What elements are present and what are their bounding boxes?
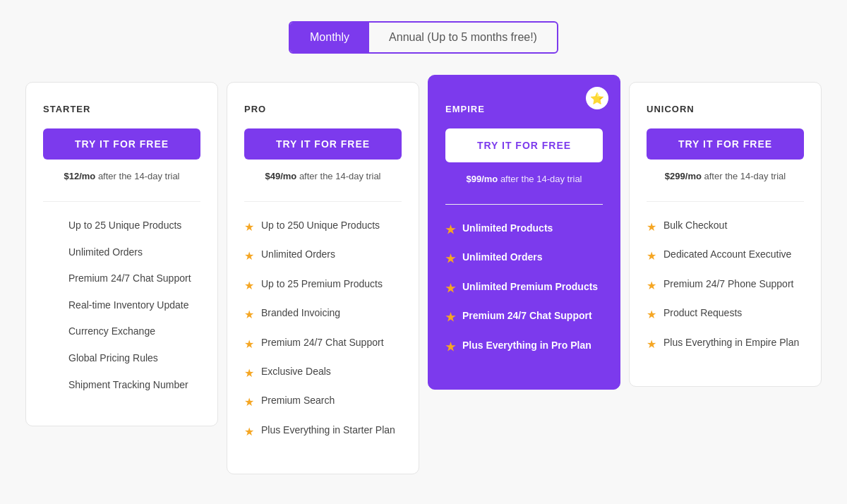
feature-item: ★Up to 250 Unique Products [244,219,402,235]
feature-text: Branded Invoicing [261,306,340,320]
star-icon: ★ [244,395,254,410]
feature-item: ★Premium 24/7 Phone Support [647,277,804,294]
star-icon: ★ [647,220,656,235]
cta-button-empire[interactable]: TRY IT FOR FREE [445,128,603,162]
feature-text: Unlimited Premium Products [462,280,598,294]
feature-text: Bulk Checkout [663,219,727,233]
feature-text: Exclusive Deals [261,365,331,379]
star-icon: ★ [244,307,254,323]
price-text: $299/mo after the 14-day trial [647,171,804,181]
feature-item: ★Plus Everything in Starter Plan [244,424,402,440]
price-text: $99/mo after the 14-day trial [445,174,603,184]
star-icon: ★ [647,307,656,323]
feature-text: Global Pricing Rules [68,352,158,366]
plan-name: PRO [244,104,402,114]
star-icon: ★ [244,337,254,352]
feature-item: ★Plus Everything in Pro Plan [445,339,603,355]
feature-text: Unlimited Orders [261,248,335,262]
feature-text: Product Requests [663,306,742,320]
star-icon: ★ [647,337,656,352]
feature-item: Shipment Tracking Number [43,378,200,392]
feature-text: Dedicated Account Executive [663,248,791,262]
feature-item: ★Bulk Checkout [647,219,804,235]
features-list: ★Bulk Checkout★Dedicated Account Executi… [647,219,804,352]
plan-card-empire: ⭐ EMPIRE TRY IT FOR FREE $99/mo after th… [428,75,620,390]
feature-text: Real-time Inventory Update [68,299,188,313]
feature-item: ★Exclusive Deals [244,365,402,381]
feature-text: Unlimited Orders [68,246,143,260]
plan-name: UNICORN [647,104,804,114]
feature-item: ★Product Requests [647,306,804,323]
divider [43,201,200,202]
cta-button-pro[interactable]: TRY IT FOR FREE [244,128,402,160]
feature-text: Premium Search [261,394,335,408]
feature-item: ★Unlimited Orders [244,248,402,264]
featured-badge: ⭐ [586,87,608,109]
star-icon: ★ [445,281,455,296]
features-list: ★Unlimited Products★Unlimited Orders★Unl… [445,222,603,355]
feature-item: ★Premium Search [244,394,402,410]
feature-text: Premium 24/7 Chat Support [68,272,191,286]
star-icon: ★ [445,310,455,325]
feature-item: ★Unlimited Premium Products [445,280,603,296]
cta-button-unicorn[interactable]: TRY IT FOR FREE [647,128,804,160]
billing-toggle: Monthly Annual (Up to 5 months free!) [289,21,558,54]
feature-text: Up to 250 Unique Products [261,219,380,233]
divider [445,204,603,205]
star-icon: ★ [445,251,455,267]
feature-item: ★Unlimited Products [445,222,603,238]
feature-item: ★Plus Everything in Empire Plan [647,336,804,352]
feature-text: Unlimited Orders [462,251,543,265]
feature-item: ★Premium 24/7 Chat Support [244,336,402,352]
cta-button-starter[interactable]: TRY IT FOR FREE [43,128,200,160]
plan-card-unicorn: UNICORN TRY IT FOR FREE $299/mo after th… [629,82,822,387]
feature-text: Up to 25 Premium Products [261,277,383,292]
star-icon: ★ [445,340,455,355]
feature-item: Unlimited Orders [43,246,200,260]
feature-text: Premium 24/7 Chat Support [261,336,384,350]
star-icon: ★ [647,278,656,294]
star-icon: ★ [244,366,254,381]
plan-card-starter: STARTER TRY IT FOR FREE $12/mo after the… [25,82,218,426]
plan-name: STARTER [43,104,200,114]
feature-text: Plus Everything in Starter Plan [261,424,395,438]
plan-card-pro: PRO TRY IT FOR FREE $49/mo after the 14-… [227,82,419,474]
price-text: $49/mo after the 14-day trial [244,171,402,181]
star-icon: ★ [244,220,254,235]
feature-text: Currency Exchange [68,325,155,339]
star-icon: ★ [244,248,254,264]
features-list: ★Up to 250 Unique Products★Unlimited Ord… [244,219,402,440]
feature-item: Premium 24/7 Chat Support [43,272,200,286]
plan-name: EMPIRE [445,104,603,114]
feature-text: Up to 25 Unique Products [68,219,181,233]
feature-text: Shipment Tracking Number [68,378,188,392]
feature-text: Unlimited Products [462,222,553,236]
star-icon: ★ [244,424,254,440]
star-icon: ★ [244,278,254,294]
price-text: $12/mo after the 14-day trial [43,171,200,181]
annual-tab[interactable]: Annual (Up to 5 months free!) [369,23,557,52]
plans-container: STARTER TRY IT FOR FREE $12/mo after the… [21,82,826,474]
star-icon: ★ [647,248,656,264]
feature-text: Premium 24/7 Phone Support [663,277,793,292]
feature-item: Up to 25 Unique Products [43,219,200,233]
feature-item: ★Branded Invoicing [244,306,402,323]
feature-item: Global Pricing Rules [43,352,200,366]
feature-text: Plus Everything in Pro Plan [462,339,591,353]
feature-item: ★Unlimited Orders [445,251,603,267]
features-list: Up to 25 Unique ProductsUnlimited Orders… [43,219,200,392]
feature-item: ★Dedicated Account Executive [647,248,804,264]
monthly-tab[interactable]: Monthly [290,23,369,52]
feature-text: Plus Everything in Empire Plan [663,336,799,350]
divider [647,201,804,202]
feature-item: ★Premium 24/7 Chat Support [445,309,603,325]
feature-item: Currency Exchange [43,325,200,339]
star-icon: ★ [445,222,455,238]
feature-item: ★Up to 25 Premium Products [244,277,402,294]
feature-item: Real-time Inventory Update [43,299,200,313]
feature-text: Premium 24/7 Chat Support [462,309,592,323]
divider [244,201,402,202]
